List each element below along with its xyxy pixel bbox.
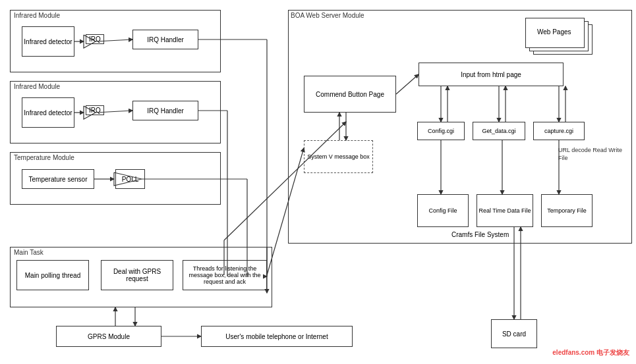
poll-box: POLL [115,169,145,189]
irq-handler-1: IRQ Handler [132,30,198,49]
gprs-module-box: GPRS Module [56,326,161,347]
threads-box: Threads for listening the message box, d… [183,260,267,290]
main-polling-box: Main polling thread [16,260,89,290]
watermark: eledfans.com 电子发烧友 [552,348,629,357]
ir-module-2-label: Infrared Module [14,83,60,90]
cmd-btn-page: Commend Button Page [304,76,396,113]
diagram: Infrared Module Infrared detector IRQ IR… [3,3,633,361]
get-data-cgi-box: Get_data.cgi [473,122,525,140]
realtime-file-box: Real Time Data File [477,194,533,227]
web-pages-label: Web Pages [537,28,571,36]
sysv-msg-box: System V message box [304,140,373,173]
deal-gprs-box: Deal with GPRS request [101,260,173,290]
capture-cgi-box: capture.cgi [533,122,585,140]
temp-file-box: Temporary File [541,194,593,227]
user-mobile-box: User's mobile telephone or Internet [201,326,353,347]
temp-module-label: Temperature Module [14,154,74,161]
irq-handler-2: IRQ Handler [132,101,198,120]
input-html-box: Input from html page [419,63,564,86]
ir-module-1-label: Infrared Module [14,12,60,19]
main-task-label: Main Task [14,249,43,256]
irq-triangle-1: IRQ [86,34,104,44]
config-cgi-box: Config.cgi [417,122,465,140]
ir-detector-1: Infrared detector [22,26,74,57]
url-decode-label: URL decode Read Write File [558,147,633,162]
irq-2: IRQ [86,105,104,115]
sd-card-box: SD card [491,319,537,348]
ir-detector-2: Infrared detector [22,97,74,128]
config-file-box: Config File [417,194,469,227]
cramfs-label: Cramfs File System [451,231,509,238]
web-pages: Web Pages [524,18,596,57]
boa-module-label: BOA Web Server Module [291,12,364,19]
temp-sensor: Temperature sensor [22,169,94,189]
